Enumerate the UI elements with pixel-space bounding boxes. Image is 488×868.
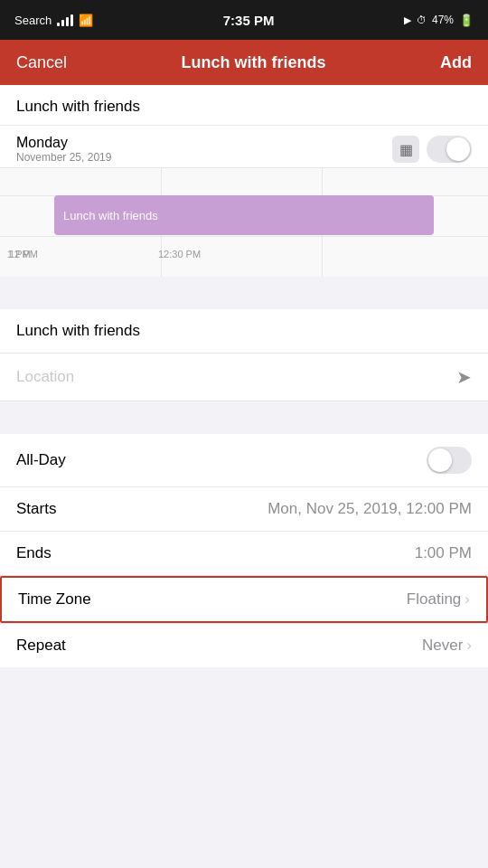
- calendar-header-row: Monday November 25, 2019 ▦: [0, 126, 488, 168]
- time-line-2: [0, 236, 488, 237]
- section-separator-1: [0, 277, 488, 309]
- starts-label: Starts: [16, 500, 56, 518]
- timezone-label: Time Zone: [18, 590, 91, 609]
- repeat-chevron-icon: ›: [466, 637, 472, 655]
- status-bar-right: ▶ ⏱ 47% 🔋: [404, 14, 474, 27]
- calendar-grid-icon: ▦: [399, 141, 413, 158]
- wifi-icon: 📶: [79, 14, 93, 27]
- ends-label: Ends: [16, 544, 52, 562]
- section-separator-2: [0, 401, 488, 434]
- timezone-chevron-icon: ›: [465, 590, 470, 609]
- event-block-text: Lunch with friends: [63, 209, 158, 222]
- nav-bar: Cancel Lunch with friends Add: [0, 40, 488, 85]
- calendar-preview-section: Lunch with friends Monday November 25, 2…: [0, 85, 488, 277]
- battery-icon: 🔋: [459, 14, 474, 27]
- allday-toggle-knob: [428, 448, 452, 472]
- calendar-toggle-area: ▦: [392, 136, 472, 163]
- ends-row[interactable]: Ends 1:00 PM: [0, 532, 488, 576]
- location-field[interactable]: Location: [16, 368, 456, 386]
- calendar-view-icon[interactable]: ▦: [392, 136, 419, 163]
- alarm-icon: ⏱: [417, 14, 427, 25]
- signal-icon: [57, 14, 73, 26]
- timezone-value: Floating: [407, 590, 461, 609]
- carrier-label: Search: [14, 14, 52, 27]
- repeat-value: Never: [422, 637, 463, 655]
- allday-label: All-Day: [16, 451, 66, 469]
- location-icon: ▶: [404, 14, 411, 26]
- cancel-button[interactable]: Cancel: [16, 53, 67, 72]
- calendar-view-toggle[interactable]: [427, 136, 472, 163]
- day-date: November 25, 2019: [16, 151, 392, 164]
- status-time: 7:35 PM: [223, 13, 275, 28]
- repeat-value-row: Never ›: [422, 637, 472, 655]
- status-bar-left: Search 📶: [14, 14, 93, 27]
- ends-value: 1:00 PM: [415, 544, 472, 562]
- datetime-section: All-Day Starts Mon, Nov 25, 2019, 12:00 …: [0, 434, 488, 667]
- add-button[interactable]: Add: [440, 53, 472, 72]
- event-block: Lunch with friends: [54, 195, 434, 235]
- form-location-row[interactable]: Location ➤: [0, 354, 488, 401]
- allday-toggle[interactable]: [427, 447, 472, 474]
- time-label-1pm: 1 PM: [7, 249, 479, 259]
- status-bar: Search 📶 7:35 PM ▶ ⏱ 47% 🔋: [0, 0, 488, 40]
- time-grid: 12 PM 12:30 PM 1 PM Lunch with friends: [0, 168, 488, 277]
- toggle-knob: [446, 137, 470, 161]
- day-name: Monday: [16, 135, 392, 151]
- repeat-row[interactable]: Repeat Never ›: [0, 623, 488, 667]
- battery-label: 47%: [432, 14, 454, 26]
- calendar-day-label: Monday November 25, 2019: [16, 135, 392, 164]
- timezone-value-row: Floating ›: [407, 590, 470, 609]
- allday-row[interactable]: All-Day: [0, 434, 488, 487]
- repeat-label: Repeat: [16, 637, 66, 655]
- location-arrow-icon: ➤: [456, 366, 472, 388]
- starts-value: Mon, Nov 25, 2019, 12:00 PM: [267, 500, 472, 518]
- timezone-row[interactable]: Time Zone Floating ›: [0, 576, 488, 623]
- starts-row[interactable]: Starts Mon, Nov 25, 2019, 12:00 PM: [0, 487, 488, 532]
- event-title-preview: Lunch with friends: [0, 85, 488, 126]
- form-section: Lunch with friends Location ➤: [0, 309, 488, 401]
- nav-title: Lunch with friends: [182, 53, 326, 72]
- form-event-title[interactable]: Lunch with friends: [0, 309, 488, 354]
